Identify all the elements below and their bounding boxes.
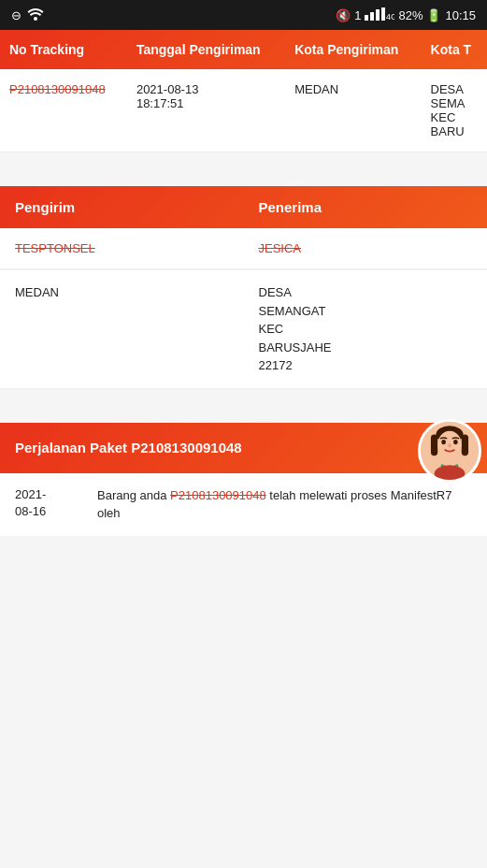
battery-percent: 82%: [398, 8, 423, 22]
svg-rect-8: [431, 434, 437, 456]
svg-point-0: [34, 17, 37, 21]
svg-point-12: [453, 440, 458, 444]
svg-rect-9: [462, 434, 468, 456]
sender-receiver-section: Pengirim Penerima TESPTONSEL JESICA MEDA…: [0, 186, 487, 389]
status-bar: ⊖ 🔇 1 4G 82% 🔋 10:15: [0, 0, 487, 30]
header-kota-pengiriman: Kota Pengiriman: [285, 30, 421, 69]
svg-rect-1: [365, 15, 368, 21]
sender-receiver-header: Pengirim Penerima: [0, 186, 487, 228]
svg-text:4G: 4G: [386, 12, 394, 21]
svg-point-11: [441, 440, 446, 444]
journey-entry: 2021-08-16 Barang anda P2108130091048 te…: [0, 473, 487, 536]
status-right: 🔇 1 4G 82% 🔋 10:15: [336, 7, 476, 23]
journey-header: Perjalanan Paket P2108130091048: [0, 423, 487, 473]
signal-4g: 4G: [365, 7, 394, 23]
svg-rect-3: [376, 9, 380, 21]
journey-date: 2021-08-16: [15, 486, 90, 523]
pengirim-header: Pengirim: [0, 186, 244, 228]
cell-kota-pengiriman: MEDAN: [285, 69, 421, 152]
mute-icon: 🔇: [336, 8, 351, 22]
circle-icon: ⊖: [11, 8, 21, 22]
notification-icon: 1: [354, 8, 361, 22]
wifi-icon: [27, 7, 44, 23]
penerima-address: DESASEMANGATKECBARUSJAHE22172: [244, 270, 488, 389]
tracking-number: P2108130091048: [9, 82, 106, 96]
header-kota-tujuan: Kota T: [422, 30, 487, 69]
cell-kota-tujuan: DESASEMAKECBARU: [422, 69, 487, 152]
pengirim-name: TESPTONSEL: [0, 228, 244, 269]
journey-title: Perjalanan Paket P2108130091048: [15, 440, 242, 456]
header-no-tracking: No Tracking: [0, 30, 127, 69]
sender-receiver-addresses: MEDAN DESASEMANGATKECBARUSJAHE22172: [0, 270, 487, 389]
sender-receiver-names: TESPTONSEL JESICA: [0, 228, 487, 269]
cell-tanggal: 2021-08-1318:17:51: [127, 69, 285, 152]
tracking-table-section: No Tracking Tanggal Pengiriman Kota Peng…: [0, 30, 487, 152]
journey-section: Perjalanan Paket P2108130091048: [0, 423, 487, 536]
svg-rect-2: [370, 12, 374, 21]
svg-point-13: [448, 443, 451, 448]
penerima-name: JESICA: [244, 228, 488, 269]
journey-description: Barang anda P2108130091048 telah melewat…: [97, 486, 472, 523]
svg-rect-4: [381, 7, 385, 21]
status-left: ⊖: [11, 7, 44, 23]
battery-icon: 🔋: [426, 8, 441, 22]
header-tanggal: Tanggal Pengiriman: [127, 30, 285, 69]
avatar: [418, 419, 481, 483]
clock: 10:15: [445, 8, 476, 22]
cell-no-tracking: P2108130091048: [0, 69, 127, 152]
pengirim-address: MEDAN: [0, 270, 244, 389]
penerima-header: Penerima: [244, 186, 488, 228]
